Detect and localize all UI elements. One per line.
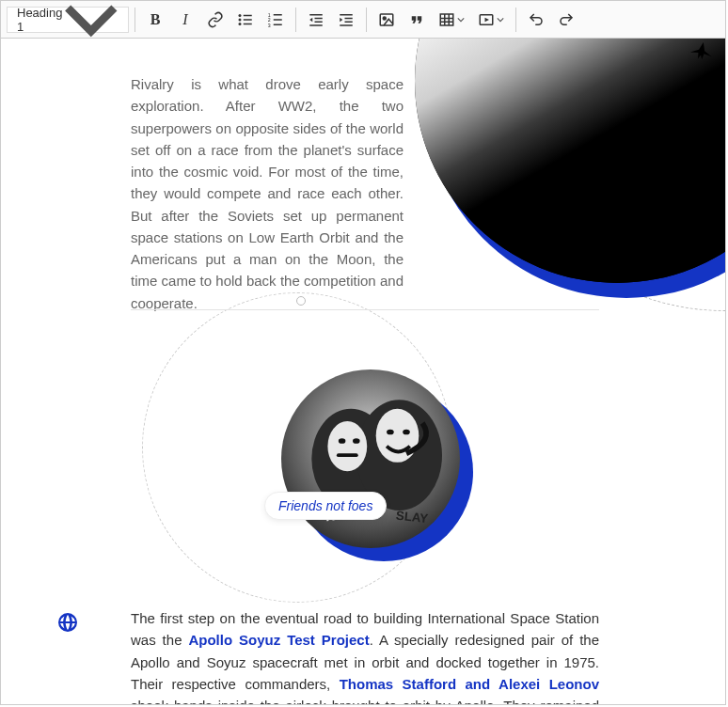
document-canvas[interactable]: Rivalry is what drove early space explor… xyxy=(1,39,725,704)
italic-button[interactable]: I xyxy=(171,6,199,34)
photo-image: NASA SLAY xyxy=(281,369,460,548)
bulleted-list-icon xyxy=(237,11,254,28)
redo-icon xyxy=(558,11,575,28)
svg-point-33 xyxy=(339,438,346,444)
table-button[interactable] xyxy=(433,6,470,34)
svg-rect-3 xyxy=(244,14,252,16)
outdent-icon xyxy=(308,11,324,28)
image-button[interactable] xyxy=(372,6,401,34)
svg-point-37 xyxy=(403,430,410,435)
svg-rect-4 xyxy=(244,19,252,21)
editor-frame: Heading 1 B I 123 xyxy=(0,0,726,705)
text: shook hands inside the airlock brought t… xyxy=(131,698,599,704)
svg-point-32 xyxy=(376,409,419,463)
photo-caption[interactable]: Friends not foes xyxy=(264,492,387,520)
toolbar-separator xyxy=(135,8,135,32)
body-paragraph[interactable]: The first step on the eventual road to b… xyxy=(131,607,599,704)
svg-point-1 xyxy=(239,18,242,21)
svg-rect-13 xyxy=(315,17,323,19)
media-button[interactable] xyxy=(472,6,510,34)
svg-point-31 xyxy=(327,421,367,471)
undo-icon xyxy=(528,11,545,28)
svg-point-21 xyxy=(383,17,386,20)
bold-icon: B xyxy=(150,11,161,28)
svg-rect-17 xyxy=(345,17,353,19)
redo-button[interactable] xyxy=(552,6,580,34)
undo-button[interactable] xyxy=(522,6,550,34)
quote-icon xyxy=(408,11,425,28)
link-icon xyxy=(207,11,224,28)
numbered-list-icon: 123 xyxy=(267,11,284,28)
image-icon xyxy=(378,11,395,28)
svg-rect-16 xyxy=(340,14,353,16)
svg-point-36 xyxy=(387,430,394,435)
heading-dropdown[interactable]: Heading 1 xyxy=(7,7,129,33)
svg-point-2 xyxy=(239,23,242,25)
hero-space-image xyxy=(415,39,725,283)
toolbar-separator xyxy=(295,8,296,32)
editor-toolbar: Heading 1 B I 123 xyxy=(1,1,725,39)
svg-rect-35 xyxy=(337,453,358,457)
indent-button[interactable] xyxy=(332,6,360,34)
svg-rect-5 xyxy=(244,23,252,24)
link-apollo-soyuz[interactable]: Apollo Soyuz Test Project xyxy=(188,632,369,648)
italic-icon: I xyxy=(182,11,187,28)
globe-icon xyxy=(56,611,79,637)
link-stafford-leonov[interactable]: Thomas Stafford and Alexei Leonov xyxy=(340,676,599,692)
divider xyxy=(131,309,599,310)
blockquote-button[interactable] xyxy=(403,6,431,34)
numbered-list-button[interactable]: 123 xyxy=(261,6,290,34)
chevron-down-icon xyxy=(497,16,504,24)
svg-rect-18 xyxy=(345,21,353,23)
svg-rect-9 xyxy=(274,14,282,16)
svg-point-34 xyxy=(353,438,360,444)
indent-icon xyxy=(338,11,355,28)
intro-paragraph[interactable]: Rivalry is what drove early space explor… xyxy=(131,73,404,314)
hero-disk xyxy=(415,39,725,283)
heading-label: Heading 1 xyxy=(17,6,62,34)
svg-rect-22 xyxy=(440,14,453,25)
svg-rect-12 xyxy=(309,14,323,16)
svg-rect-14 xyxy=(315,21,323,23)
svg-rect-19 xyxy=(340,24,353,26)
astronauts-photo[interactable]: NASA SLAY Friends not foes xyxy=(281,369,460,548)
shuttle-icon xyxy=(689,40,714,65)
toolbar-separator xyxy=(515,8,516,32)
bold-button[interactable]: B xyxy=(141,6,169,34)
svg-rect-10 xyxy=(274,19,282,21)
bulleted-list-button[interactable] xyxy=(231,6,260,34)
media-icon xyxy=(478,11,495,28)
link-button[interactable] xyxy=(201,6,229,34)
svg-rect-20 xyxy=(380,14,393,25)
svg-point-0 xyxy=(239,14,242,17)
svg-rect-15 xyxy=(309,24,323,26)
svg-rect-11 xyxy=(274,24,282,25)
outdent-button[interactable] xyxy=(302,6,330,34)
toolbar-separator xyxy=(366,8,367,32)
svg-text:3: 3 xyxy=(268,22,271,27)
chevron-down-icon xyxy=(457,16,465,24)
table-icon xyxy=(438,11,455,28)
